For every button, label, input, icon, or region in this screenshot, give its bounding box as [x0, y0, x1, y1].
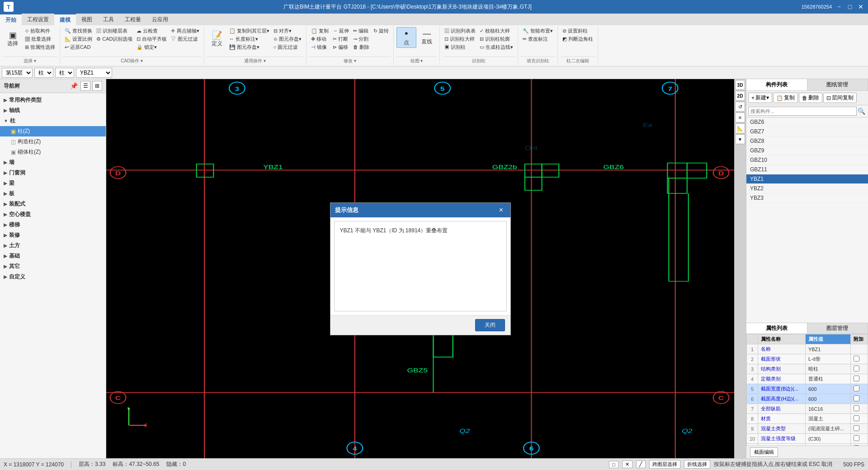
tool-layers[interactable]: ≡ [735, 113, 745, 122]
prop-extra-9[interactable] [850, 424, 868, 434]
tool-2d[interactable]: 2D [735, 91, 745, 101]
nav-list-btn[interactable]: ☰ [80, 81, 90, 91]
prop-checkbox-10[interactable] [854, 435, 859, 441]
btn-lock[interactable]: 🔒 锁定▾ [135, 43, 169, 51]
status-cross-floor-btn[interactable]: 跨图层选择 [649, 460, 680, 469]
tab-start[interactable]: 开始 [0, 14, 22, 25]
tree-category-decor[interactable]: ▶ 装修 [0, 230, 106, 240]
prop-extra-3[interactable] [850, 364, 868, 374]
prop-checkbox-2[interactable] [854, 356, 859, 362]
btn-select[interactable]: ▣ 选择 [3, 27, 23, 51]
tab-tools[interactable]: 工具 [98, 14, 119, 25]
btn-break[interactable]: ✂ 打断 [331, 35, 351, 43]
prop-checkbox-9[interactable] [854, 425, 859, 431]
prop-extra-6[interactable] [850, 394, 868, 404]
tool-measure[interactable]: 📐 [735, 123, 745, 133]
component-item-gbz11[interactable]: GBZ11 [746, 165, 868, 174]
btn-check-annotation[interactable]: ✏ 查改标注 [521, 35, 555, 43]
prop-extra-2[interactable] [850, 354, 868, 364]
btn-extend[interactable]: → 延伸 [331, 27, 351, 35]
tree-category-foundation[interactable]: ▶ 基础 [0, 251, 106, 261]
search-components-btn[interactable]: 🔍 [857, 107, 866, 116]
type2-select[interactable]: 柱 [55, 68, 74, 78]
component-item-gbz9[interactable]: GBZ9 [746, 146, 868, 155]
prop-extra-8[interactable] [850, 414, 868, 424]
type3-select[interactable]: YBZ1 [76, 68, 112, 78]
tree-category-slab[interactable]: ▶ 板 [0, 188, 106, 199]
btn-find-replace[interactable]: 🔍 查找替换 [63, 27, 94, 35]
status-crosshair-btn[interactable]: ✕ [622, 461, 632, 468]
tree-item-column-z[interactable]: ▣ 柱(Z) [0, 126, 106, 136]
prop-checkbox-8[interactable] [854, 415, 859, 421]
prop-checkbox-3[interactable] [854, 366, 859, 371]
tree-category-prefab[interactable]: ▶ 装配式 [0, 199, 106, 209]
status-angle-btn[interactable]: ╱ [636, 461, 646, 468]
type1-select[interactable]: 柱 [34, 68, 53, 78]
prop-checkbox-5[interactable] [854, 385, 859, 391]
tool-more[interactable]: ▼ [735, 134, 745, 144]
btn-mirror[interactable]: ⊣ 镜像 [309, 43, 330, 51]
component-item-ybz3[interactable]: YBZ3 [746, 193, 868, 203]
btn-attr-select[interactable]: ⊞ 按属性选择 [23, 43, 57, 51]
right-btn-new[interactable]: + 新建▾ [748, 93, 772, 103]
tree-category-beam[interactable]: ▶ 梁 [0, 178, 106, 188]
btn-auto-align-slab[interactable]: ⊡ 自动平齐板 [135, 35, 169, 43]
btn-identify-column[interactable]: ▣ 识别柱 [443, 43, 477, 51]
prop-name-9[interactable]: 混凝土类型 [758, 424, 806, 434]
btn-define[interactable]: 📝 定义 [207, 27, 227, 51]
btn-judge-corner-col[interactable]: ◩ 判断边角柱 [561, 35, 595, 43]
btn-two-point-axis[interactable]: ✛ 两点辅轴▾ [169, 27, 201, 35]
tree-category-common[interactable]: ▶ 常用构件类型 [0, 95, 106, 105]
btn-set-scale[interactable]: 📐 设置比例 [63, 35, 94, 43]
tab-project-settings[interactable]: 工程设置 [22, 14, 54, 25]
btn-split[interactable]: ⊸ 分割 [351, 35, 371, 43]
tree-item-construct-column[interactable]: ◫ 构造柱(Z) [0, 136, 106, 147]
minimize-button[interactable]: － [835, 3, 843, 10]
tree-item-masonry-column[interactable]: ▣ 砌体柱(Z) [0, 147, 106, 157]
right-btn-floor-copy[interactable]: ⊡ 层间复制 [823, 93, 857, 103]
btn-line[interactable]: — 直线 [417, 27, 437, 48]
right-tab-components[interactable]: 构件列表 [746, 79, 807, 90]
component-item-ybz1[interactable]: YBZ1 [746, 174, 868, 184]
btn-move[interactable]: ✥ 移动 [309, 35, 330, 43]
prop-checkbox-4[interactable] [854, 376, 859, 381]
btn-set-inclined-col[interactable]: ⊘ 设置斜柱 [561, 27, 595, 35]
right-tab-drawings[interactable]: 图纸管理 [807, 79, 868, 90]
btn-verify-column-detail[interactable]: ✓ 校核柱大样 [478, 27, 515, 35]
btn-delete[interactable]: 🗑 删除 [351, 43, 371, 51]
prop-name-5[interactable]: 截面宽度(B边)(... [758, 384, 806, 394]
tree-category-axis[interactable]: ▶ 轴线 [0, 105, 106, 116]
search-components-input[interactable] [748, 107, 857, 116]
btn-copy[interactable]: 📋 复制 [309, 27, 330, 35]
btn-element-filter[interactable]: ▽ 图元过滤 [169, 35, 201, 43]
component-item-ybz2[interactable]: YBZ2 [746, 184, 868, 193]
close-button[interactable]: ✕ [857, 3, 864, 10]
btn-circle-filter[interactable]: ○ 圆元过滤 [272, 43, 303, 51]
section-edit-btn[interactable]: 截面编辑 [750, 447, 778, 457]
btn-offset[interactable]: ⊳ 偏移 [331, 43, 351, 51]
tree-category-other[interactable]: ▶ 其它 [0, 261, 106, 272]
btn-cad-identify-options[interactable]: ⚙ CAD识别选项 [94, 35, 134, 43]
prop-extra-5[interactable] [850, 384, 868, 394]
tree-category-wall[interactable]: ▶ 墙 [0, 157, 106, 168]
btn-point[interactable]: • 点 [396, 27, 416, 48]
btn-identify-floor-table[interactable]: ▤ 识别楼层表 [94, 27, 134, 35]
viewport[interactable]: 3 5 7 D D C C 4 6 YB [106, 79, 734, 458]
btn-generate-column-edge[interactable]: ▭ 生成柱边线▾ [478, 43, 515, 51]
prop-extra-7[interactable] [850, 404, 868, 414]
prop-extra-4[interactable] [850, 374, 868, 384]
prop-name-7[interactable]: 全部纵筋 [758, 404, 806, 414]
nav-grid-btn[interactable]: ⊞ [92, 81, 102, 91]
prop-name-6[interactable]: 截面高度(H边)(... [758, 394, 806, 404]
btn-element-store[interactable]: 💾 图元存盘▾ [227, 43, 271, 51]
prop-name-1[interactable]: 名称 [758, 344, 806, 354]
floor-select[interactable]: 第15层 [2, 68, 33, 78]
btn-restore-cad[interactable]: ↩ 还原CAD [63, 43, 94, 51]
btn-length-dim[interactable]: ↔ 长度标注▾ [227, 35, 271, 43]
btn-circle-store[interactable]: ⊙ 图元存盘▾ [272, 35, 303, 43]
prop-name-2[interactable]: 截面形状 [758, 354, 806, 364]
tab-quantities[interactable]: 工程量 [119, 14, 146, 25]
btn-cloud-check[interactable]: ☁ 云检查 [135, 27, 169, 35]
tree-category-column[interactable]: ▼ 柱 [0, 116, 106, 126]
tab-view[interactable]: 视图 [76, 14, 98, 25]
